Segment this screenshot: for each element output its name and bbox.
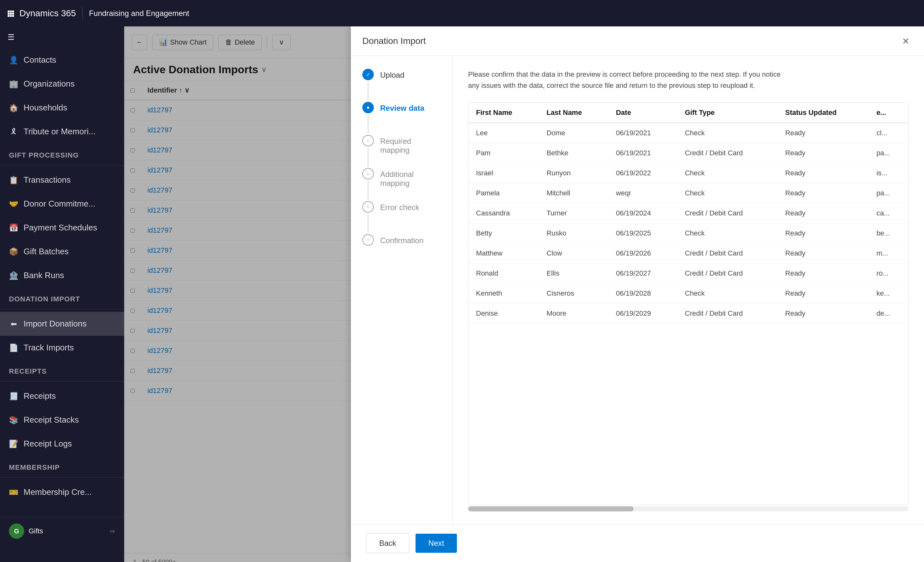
back-modal-button[interactable]: Back [366,534,409,553]
preview-last: Turner [539,203,608,223]
preview-gift-type: Check [677,163,777,183]
step-upload-label: Upload [380,69,404,79]
step-required-circle: ○ [362,135,374,146]
preview-date: 06/19/2026 [608,243,677,264]
step-review-circle: ● [362,102,374,113]
receipts-section: Receipts [0,360,124,379]
preview-last: Ellis [539,264,608,283]
step-error-label: Error check [380,201,419,212]
transactions-icon: 📋 [9,176,18,184]
preview-scrollbar[interactable] [468,506,909,511]
preview-date: 06/19/2024 [608,203,677,223]
sidebar-hamburger[interactable]: ☰ [0,26,124,48]
next-modal-button[interactable]: Next [416,534,457,553]
preview-last: Rusko [539,223,608,243]
preview-status: Ready [777,203,869,223]
preview-status: Ready [777,283,869,304]
preview-last: Dome [539,123,608,143]
user-label: Gifts [28,527,43,535]
sidebar-item-bank-runs[interactable]: 🏦 Bank Runs [0,264,124,287]
step-confirmation: ○ Confirmation [362,234,441,246]
avatar: G [9,523,24,539]
step-additional-label: Additional mapping [380,168,441,188]
modal-description: Please confirm that the data in the prev… [468,69,786,91]
sidebar-item-receipt-logs[interactable]: 📝 Receipt Logs [0,432,124,456]
step-additional-circle: ○ [362,168,374,180]
preview-status: Ready [777,143,869,163]
preview-date: 06/19/2021 [608,123,677,143]
preview-extra: pa... [869,183,908,203]
sidebar-item-tribute[interactable]: 🎗 Tribute or Memori... [0,120,124,144]
preview-extra: de... [869,304,908,324]
sidebar-item-donor-commitments[interactable]: 🤝 Donor Commitme... [0,192,124,216]
stepper: ✓ Upload ● Review data [351,56,453,524]
modal-close-button[interactable]: ✕ [898,34,912,48]
preview-row: Cassandra Turner 06/19/2024 Credit / Deb… [468,203,908,223]
sidebar-item-import-donations[interactable]: ⬅ Import Donations [0,312,124,336]
user-chevron-icon: ⇨ [110,527,115,535]
preview-gift-type: Credit / Debit Card [677,243,777,264]
sidebar-item-contacts[interactable]: 👤 Contacts [0,48,124,72]
sidebar: ☰ 👤 Contacts 🏢 Organizations 🏠 Household… [0,26,124,562]
sidebar-item-receipts[interactable]: 🧾 Receipts [0,384,124,408]
preview-row: Betty Rusko 06/19/2025 Check Ready be... [468,223,908,243]
preview-col-gift-type: Gift Type [677,103,777,123]
transactions-label: Transactions [24,175,70,185]
sidebar-item-track-imports[interactable]: 📄 Track Imports [0,336,124,360]
modal-title: Donation Import [362,36,426,46]
donor-commitments-label: Donor Commitme... [24,199,95,209]
step-required-line [368,148,368,167]
preview-row: Lee Dome 06/19/2021 Check Ready cl... [468,123,908,143]
preview-row: Pam Bethke 06/19/2021 Credit / Debit Car… [468,143,908,163]
preview-first: Israel [468,163,539,183]
import-donations-icon: ⬅ [9,319,18,328]
preview-status: Ready [777,183,869,203]
preview-row: Kenneth Cisneros 06/19/2028 Check Ready … [468,283,908,304]
sidebar-item-households[interactable]: 🏠 Households [0,96,124,120]
preview-col-date: Date [608,103,677,123]
preview-last: Clow [539,243,608,264]
preview-gift-type: Check [677,123,777,143]
preview-status: Ready [777,243,869,264]
preview-date: 06/19/2027 [608,264,677,283]
preview-scrollbar-thumb[interactable] [468,506,634,511]
sidebar-item-membership-cre[interactable]: 🎫 Membership Cre... [0,480,124,504]
preview-row: Matthew Clow 06/19/2026 Credit / Debit C… [468,243,908,264]
preview-date: 06/19/2022 [608,163,677,183]
main-content: ← 📊 Show Chart 🗑 Delete ∨ Active Donatio… [124,26,924,562]
tribute-label: Tribute or Memori... [24,127,96,136]
preview-first: Betty [468,223,539,243]
track-imports-label: Track Imports [24,343,74,352]
modal-footer: Back Next [351,524,924,562]
track-imports-icon: 📄 [9,343,18,352]
preview-extra: ke... [869,283,908,304]
step-additional-mapping: ○ Additional mapping [362,168,441,201]
preview-first: Denise [468,304,539,324]
preview-date: 06/19/2025 [608,223,677,243]
sidebar-item-gift-batches[interactable]: 📦 Gift Batches [0,240,124,264]
step-review-label: Review data [380,102,424,112]
step-error-line [368,214,368,233]
preview-last: Runyon [539,163,608,183]
preview-first: Lee [468,123,539,143]
tribute-icon: 🎗 [9,127,18,136]
preview-first: Matthew [468,243,539,264]
preview-row: Pamela Mitchell weqr Check Ready pa... [468,183,908,203]
grid-icon[interactable] [8,10,13,16]
sidebar-item-transactions[interactable]: 📋 Transactions [0,168,124,192]
step-required-label: Required mapping [380,135,441,155]
sidebar-item-payment-schedules[interactable]: 📅 Payment Schedules [0,216,124,240]
step-confirmation-label: Confirmation [380,234,423,245]
membership-section: Membership [0,456,124,475]
preview-date: 06/19/2029 [608,304,677,324]
receipt-logs-icon: 📝 [9,439,18,448]
sidebar-item-organizations[interactable]: 🏢 Organizations [0,72,124,96]
preview-col-first-name: First Name [468,103,539,123]
preview-extra: cl... [869,123,908,143]
app-title[interactable]: Dynamics 365 [20,8,76,18]
sidebar-item-receipt-stacks[interactable]: 📚 Receipt Stacks [0,408,124,432]
preview-first: Cassandra [468,203,539,223]
user-area[interactable]: G Gifts ⇨ [0,517,124,545]
contacts-label: Contacts [24,55,56,65]
organizations-icon: 🏢 [9,79,18,88]
